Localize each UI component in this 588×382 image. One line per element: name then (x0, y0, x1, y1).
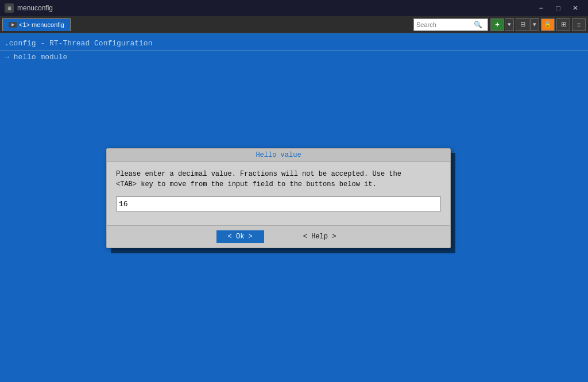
window-controls: − □ ✕ (533, 2, 583, 14)
breadcrumb-text: hello module (14, 53, 68, 61)
split-icon: ⊞ (561, 21, 566, 28)
window-icon: ⊞ (5, 3, 14, 13)
hamburger-icon: ≡ (577, 21, 581, 28)
add-icon: + (495, 20, 500, 29)
ok-button[interactable]: < Ok > (216, 230, 264, 243)
title-bar: ⊞ menuconfig − □ ✕ (0, 0, 588, 16)
layout-btn[interactable]: ⊟ (516, 18, 529, 31)
split-btn[interactable]: ⊞ (556, 18, 570, 31)
tab-label: <1> menuconfig (19, 21, 64, 28)
dialog-message-line2: <TAB> key to move from the input field t… (116, 179, 441, 190)
search-input[interactable] (416, 21, 474, 28)
lock-icon: 🔒 (544, 21, 552, 28)
tab-icon: ▶ (9, 22, 17, 28)
search-icon: 🔍 (474, 21, 482, 29)
main-content: .config - RT-Thread Configuration → hell… (0, 33, 588, 382)
layout-icon: ⊟ (520, 21, 525, 28)
dialog-title-bar: Hello value (107, 149, 450, 162)
help-button[interactable]: < Help > (299, 230, 341, 243)
tab-menuconfig[interactable]: ▶ <1> menuconfig (2, 18, 71, 31)
dropdown-btn2[interactable]: ▾ (530, 18, 539, 31)
lock-btn[interactable]: 🔒 (541, 18, 555, 31)
minimize-button[interactable]: − (533, 2, 549, 14)
add-icon-btn[interactable]: + (490, 18, 504, 31)
dialog: Hello value Please enter a decimal value… (106, 148, 451, 248)
dialog-title: Hello value (256, 151, 301, 159)
dialog-message: Please enter a decimal value. Fractions … (116, 169, 441, 190)
window-title: menuconfig (17, 4, 533, 12)
dialog-footer: < Ok > < Help > (107, 225, 450, 248)
close-button[interactable]: ✕ (567, 2, 583, 14)
ok-label: < Ok > (228, 233, 253, 241)
breadcrumb-line2: → hello module (0, 52, 588, 63)
breadcrumb-line1: .config - RT-Thread Configuration (0, 38, 588, 49)
dialog-message-line1: Please enter a decimal value. Fractions … (116, 169, 441, 179)
dialog-value-input[interactable] (119, 200, 438, 209)
chevron-down-icon: ▾ (508, 21, 511, 28)
chevron-down-icon2: ▾ (533, 21, 536, 28)
dialog-input-wrapper[interactable] (116, 196, 441, 211)
dialog-overlay: Hello value Please enter a decimal value… (106, 148, 462, 248)
breadcrumb-arrow: → (5, 53, 9, 61)
search-box[interactable]: 🔍 (413, 18, 488, 31)
dialog-body: Please enter a decimal value. Fractions … (107, 162, 450, 225)
menu-btn[interactable]: ≡ (572, 18, 586, 31)
dropdown-btn[interactable]: ▾ (505, 18, 514, 31)
help-label: < Help > (303, 233, 336, 241)
breadcrumb-separator (0, 50, 588, 51)
toolbar: ▶ <1> menuconfig 🔍 + ▾ ⊟ ▾ 🔒 ⊞ ≡ (0, 16, 588, 33)
maximize-button[interactable]: □ (550, 2, 566, 14)
toolbar-icons: + ▾ ⊟ ▾ 🔒 ⊞ ≡ (490, 18, 586, 31)
